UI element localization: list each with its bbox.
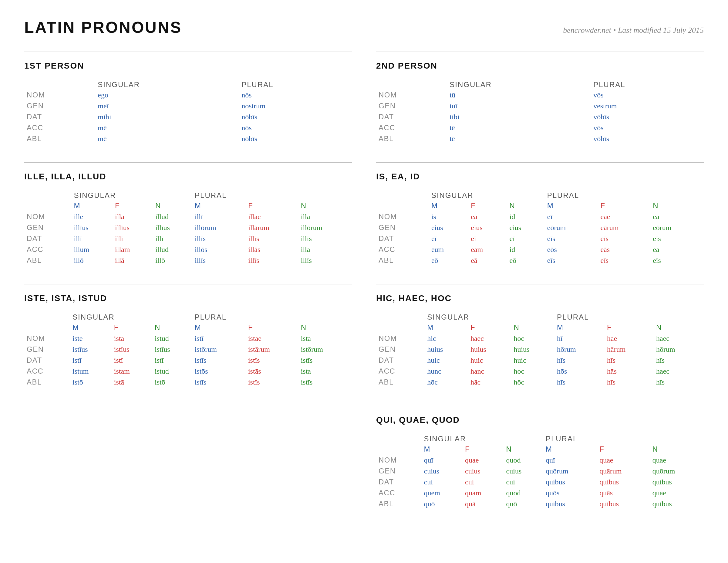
section-qui: QUI, QUAE, QUOD SINGULAR PLURAL M F N M … xyxy=(376,406,704,509)
singular-header: SINGULAR xyxy=(72,187,193,200)
table-hic: SINGULAR PLURAL M F N M F N N xyxy=(376,309,704,388)
table-row: GEN cuius cuius cuius quōrum quārum quōr… xyxy=(376,466,704,477)
table-row: GEN illīus illīus illīus illōrum illārum… xyxy=(24,222,352,233)
case-nom: NOM xyxy=(24,89,95,100)
table-row: GEN eius eius eius eōrum eārum eōrum xyxy=(376,222,704,233)
sections-grid: 1ST PERSON SINGULAR PLURAL NOM ego nōs xyxy=(24,52,704,528)
table-row: DAT eī eī eī eīs eīs eīs xyxy=(376,233,704,244)
f-header: F xyxy=(246,200,298,211)
section-title-qui: QUI, QUAE, QUOD xyxy=(376,415,704,425)
table-row: GEN istīus istīus istīus istōrum istārum… xyxy=(24,344,352,355)
table-row: GEN tuī vestrum xyxy=(376,100,704,111)
case-dat: DAT xyxy=(24,111,95,122)
f-header: F xyxy=(113,200,153,211)
case-abl: ABL xyxy=(24,133,95,144)
table-iste: SINGULAR PLURAL M F N M F N N xyxy=(24,309,352,388)
section-second-person: 2ND PERSON SINGULAR PLURAL NOM tū vōs xyxy=(376,52,704,144)
table-row: ACC quem quam quod quōs quās quae xyxy=(376,487,704,498)
table-row: ACC eum eam id eōs eās ea xyxy=(376,244,704,255)
table-first-person: SINGULAR PLURAL NOM ego nōs GEN meī nost… xyxy=(24,77,352,144)
m-header: M xyxy=(72,200,113,211)
table-is: SINGULAR PLURAL M F N M F N N xyxy=(376,187,704,266)
singular-header: SINGULAR xyxy=(95,77,239,89)
page-title: LATIN PRONOUNS xyxy=(24,18,182,36)
plural-header: PLURAL xyxy=(192,309,352,322)
table-row: ABL illō illā illō illīs illīs illīs xyxy=(24,255,352,266)
table-ille: SINGULAR PLURAL M F N M F N N xyxy=(24,187,352,266)
table-row: DAT illī illī illī illīs illīs illīs xyxy=(24,233,352,244)
table-row: GEN meī nostrum xyxy=(24,100,352,111)
form: meī xyxy=(95,100,239,111)
table-row: GEN huius huius huius hōrum hārum hōrum xyxy=(376,344,704,355)
form: mē xyxy=(95,133,239,144)
table-row: ACC tē vōs xyxy=(376,122,704,133)
table-qui: SINGULAR PLURAL M F N M F N N xyxy=(376,431,704,509)
table-row: NOM tū vōs xyxy=(376,89,704,100)
section-title-iste: ISTE, ISTA, ISTUD xyxy=(24,294,352,303)
form: mihi xyxy=(95,111,239,122)
right-column: 2ND PERSON SINGULAR PLURAL NOM tū vōs xyxy=(376,52,704,528)
table-row: ACC istum istam istud istōs istās ista xyxy=(24,366,352,377)
table-row: ABL hōc hāc hōc hīs hīs hīs xyxy=(376,377,704,388)
table-row: NOM is ea id eī eae ea xyxy=(376,211,704,222)
table-row: DAT huic huic huic hīs hīs hīs xyxy=(376,355,704,366)
table-row: NOM ego nōs xyxy=(24,89,352,100)
table-row: ACC illum illam illud illōs illās illa xyxy=(24,244,352,255)
m-header: M xyxy=(192,200,246,211)
section-title-hic: HIC, HAEC, HOC xyxy=(376,294,704,303)
singular-header: SINGULAR xyxy=(70,309,192,322)
section-title-first-person: 1ST PERSON xyxy=(24,61,352,71)
table-row: ABL quō quā quō quibus quibus quibus xyxy=(376,498,704,509)
table-row: ABL eō eā eō eīs eīs eīs xyxy=(376,255,704,266)
table-second-person: SINGULAR PLURAL NOM tū vōs GEN tuī vestr… xyxy=(376,77,704,144)
table-row: ACC hunc hanc hoc hōs hās haec xyxy=(376,366,704,377)
case-gen: GEN xyxy=(24,100,95,111)
table-row: DAT tibi vōbīs xyxy=(376,111,704,122)
section-is: IS, EA, ID SINGULAR PLURAL M F N M F xyxy=(376,162,704,266)
page-header: LATIN PRONOUNS bencrowder.net • Last mod… xyxy=(24,18,704,36)
form: ego xyxy=(95,89,239,100)
plural-header: PLURAL xyxy=(239,77,352,89)
form: nōbīs xyxy=(239,133,352,144)
table-row: NOM iste ista istud istī istae ista xyxy=(24,333,352,344)
section-hic: HIC, HAEC, HOC SINGULAR PLURAL M F N M F xyxy=(376,284,704,388)
plural-header: PLURAL xyxy=(192,187,352,200)
form: nōs xyxy=(239,122,352,133)
table-row: DAT istī istī istī istīs istīs istīs xyxy=(24,355,352,366)
form: nōs xyxy=(239,89,352,100)
n-header: N xyxy=(298,200,352,211)
page-meta: bencrowder.net • Last modified 15 July 2… xyxy=(563,26,704,35)
section-iste: ISTE, ISTA, ISTUD SINGULAR PLURAL M F N … xyxy=(24,284,352,388)
section-title-second-person: 2ND PERSON xyxy=(376,61,704,71)
empty-header xyxy=(24,77,95,89)
section-first-person: 1ST PERSON SINGULAR PLURAL NOM ego nōs xyxy=(24,52,352,144)
table-row: ABL mē nōbīs xyxy=(24,133,352,144)
table-row: DAT mihi nōbīs xyxy=(24,111,352,122)
form: mē xyxy=(95,122,239,133)
table-row: NOM quī quae quod quī quae quae xyxy=(376,455,704,466)
n-header: N xyxy=(153,200,192,211)
section-title-is: IS, EA, ID xyxy=(376,172,704,181)
form: nostrum xyxy=(239,100,352,111)
table-row: NOM ille illa illud illī illae illa xyxy=(24,211,352,222)
table-row: DAT cui cui cui quibus quibus quibus xyxy=(376,477,704,487)
left-column: 1ST PERSON SINGULAR PLURAL NOM ego nōs xyxy=(24,52,352,528)
form: nōbīs xyxy=(239,111,352,122)
section-ille: ILLE, ILLA, ILLUD SINGULAR PLURAL M F N … xyxy=(24,162,352,266)
table-row: NOM hic haec hoc hī hae haec xyxy=(376,333,704,344)
table-row: ABL istō istā istō istīs istīs istīs xyxy=(24,377,352,388)
table-row: ABL tē vōbīs xyxy=(376,133,704,144)
table-row: ACC mē nōs xyxy=(24,122,352,133)
section-title-ille: ILLE, ILLA, ILLUD xyxy=(24,172,352,181)
case-acc: ACC xyxy=(24,122,95,133)
